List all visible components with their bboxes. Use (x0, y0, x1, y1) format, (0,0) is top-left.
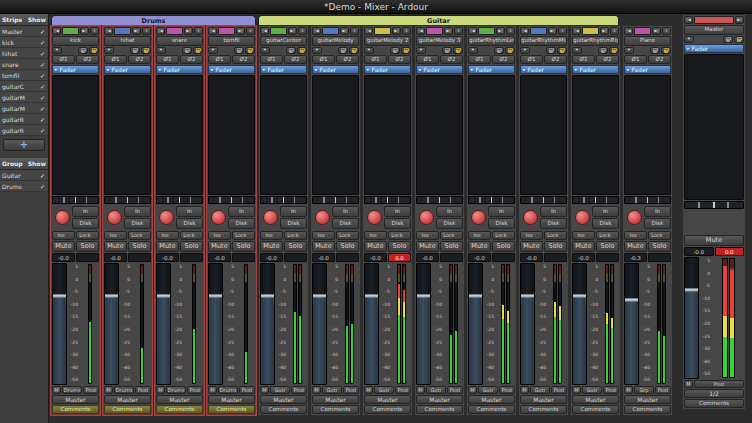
record-arm-button[interactable] (523, 210, 538, 225)
pan-control[interactable] (468, 196, 515, 204)
solo-iso-button[interactable]: Iso (624, 231, 647, 240)
record-arm-button[interactable] (367, 210, 382, 225)
lock-icon[interactable] (598, 47, 608, 54)
fader-processor-button[interactable]: ▸ Fader (624, 65, 671, 74)
solo-lock-button[interactable]: Lock (76, 231, 99, 240)
pan-control[interactable] (572, 196, 619, 204)
phase-1-button[interactable]: Ø1 (104, 55, 127, 64)
group-button[interactable]: Gutr (374, 386, 394, 394)
monitor-input-button[interactable]: In (124, 206, 151, 217)
scroll-right-button[interactable]: ▶| (735, 16, 744, 24)
scroll-right-button[interactable]: ▶| (496, 27, 505, 35)
mute-button[interactable]: Mute (624, 241, 647, 252)
comments-button[interactable]: Comments (624, 405, 671, 414)
strip-name-button[interactable]: snare (156, 36, 203, 46)
lock-icon[interactable] (245, 47, 255, 54)
fader-processor-button[interactable]: ▸ Fader (208, 65, 255, 74)
lock-icon[interactable] (557, 47, 567, 54)
metering-point-button[interactable]: Post (694, 380, 744, 388)
close-icon[interactable]: × (662, 27, 671, 35)
monitor-disk-button[interactable]: Disk (280, 218, 307, 229)
phase-1-button[interactable]: Ø1 (364, 55, 387, 64)
close-icon[interactable]: × (402, 27, 411, 35)
scroll-left-button[interactable]: |◀ (624, 27, 633, 35)
peak-display[interactable] (76, 253, 99, 262)
close-icon[interactable]: × (454, 27, 463, 35)
show-checkbox[interactable]: ✓ (40, 61, 45, 68)
processor-box[interactable] (416, 75, 463, 195)
sidebar-strip-row[interactable]: Master✓ (0, 26, 48, 37)
sidebar-strip-row[interactable]: guitarM✓ (0, 92, 48, 103)
strip-name-button[interactable]: guitarCenter (260, 36, 307, 46)
chevron-down-icon[interactable]: ▾ (468, 47, 478, 54)
output-button[interactable]: Master (312, 395, 359, 404)
metering-point-button[interactable]: Post (395, 386, 411, 394)
close-icon[interactable]: × (90, 27, 99, 35)
output-button[interactable]: Master (468, 395, 515, 404)
strip-name-button[interactable]: tomfil (208, 36, 255, 46)
gain-display[interactable]: -0.3 (624, 253, 647, 262)
monitor-input-button[interactable]: In (644, 206, 671, 217)
solo-lock-button[interactable]: Lock (544, 231, 567, 240)
phase-1-button[interactable]: Ø1 (208, 55, 231, 64)
scroll-right-button[interactable]: ▶| (444, 27, 453, 35)
comments-button[interactable]: Comments (260, 405, 307, 414)
close-icon[interactable]: × (506, 27, 515, 35)
strip-color-bar[interactable] (374, 27, 391, 35)
comments-button[interactable]: Comments (684, 399, 744, 408)
close-icon[interactable]: × (142, 27, 151, 35)
solo-lock-button[interactable]: Lock (596, 231, 619, 240)
lock-icon[interactable] (349, 47, 359, 54)
fader-processor-button[interactable]: ▸ Fader (312, 65, 359, 74)
gain-fader[interactable] (260, 263, 275, 385)
metering-point-button[interactable]: Post (239, 386, 255, 394)
processor-box[interactable] (684, 54, 744, 200)
strip-color-bar[interactable] (582, 27, 599, 35)
fader-processor-button[interactable]: ▸ Fader (416, 65, 463, 74)
gain-fader[interactable] (624, 263, 639, 385)
scroll-left-button[interactable]: |◀ (104, 27, 113, 35)
mute-button[interactable]: Mute (52, 241, 75, 252)
group-button[interactable]: Grp (634, 386, 654, 394)
solo-iso-button[interactable]: Iso (52, 231, 75, 240)
monitor-disk-button[interactable]: Disk (332, 218, 359, 229)
processor-box[interactable] (468, 75, 515, 195)
lock-icon[interactable] (723, 36, 733, 43)
lock-icon[interactable] (453, 47, 463, 54)
lock-icon[interactable] (494, 47, 504, 54)
close-icon[interactable]: × (350, 27, 359, 35)
add-strip-button[interactable]: + (3, 139, 45, 151)
sidebar-strip-row[interactable]: hihat✓ (0, 48, 48, 59)
strip-name-button[interactable]: guitarMelody 2 (364, 36, 411, 46)
gain-display[interactable]: -0.0 (312, 253, 335, 262)
scroll-left-button[interactable]: |◀ (572, 27, 581, 35)
group-button[interactable]: Drums (62, 386, 82, 394)
record-arm-button[interactable] (419, 210, 434, 225)
scroll-left-button[interactable]: |◀ (520, 27, 529, 35)
pan-control[interactable] (156, 196, 203, 204)
lock-icon[interactable] (390, 47, 400, 54)
show-checkbox[interactable]: ✓ (40, 39, 45, 46)
gain-display[interactable]: -0.0 (52, 253, 75, 262)
fader-handle[interactable] (365, 295, 378, 298)
metering-m-button[interactable]: M (624, 386, 633, 394)
lock-icon[interactable] (89, 47, 99, 54)
metering-point-button[interactable]: Post (499, 386, 515, 394)
chevron-down-icon[interactable]: ▾ (572, 47, 582, 54)
lock-icon[interactable] (130, 47, 140, 54)
fader-processor-button[interactable]: ▸ Fader (260, 65, 307, 74)
phase-2-button[interactable]: Ø2 (544, 55, 567, 64)
scroll-left-button[interactable]: |◀ (208, 27, 217, 35)
lock-icon[interactable] (442, 47, 452, 54)
comments-button[interactable]: Comments (52, 405, 99, 414)
pan-control[interactable] (684, 201, 744, 209)
phase-1-button[interactable]: Ø1 (416, 55, 439, 64)
solo-button[interactable]: Solo (492, 241, 515, 252)
group-button[interactable]: Gutr (270, 386, 290, 394)
solo-button[interactable]: Solo (596, 241, 619, 252)
lock-icon[interactable] (297, 47, 307, 54)
mute-button[interactable]: Mute (468, 241, 491, 252)
phase-2-button[interactable]: Ø2 (180, 55, 203, 64)
record-arm-button[interactable] (627, 210, 642, 225)
solo-iso-button[interactable]: Iso (468, 231, 491, 240)
